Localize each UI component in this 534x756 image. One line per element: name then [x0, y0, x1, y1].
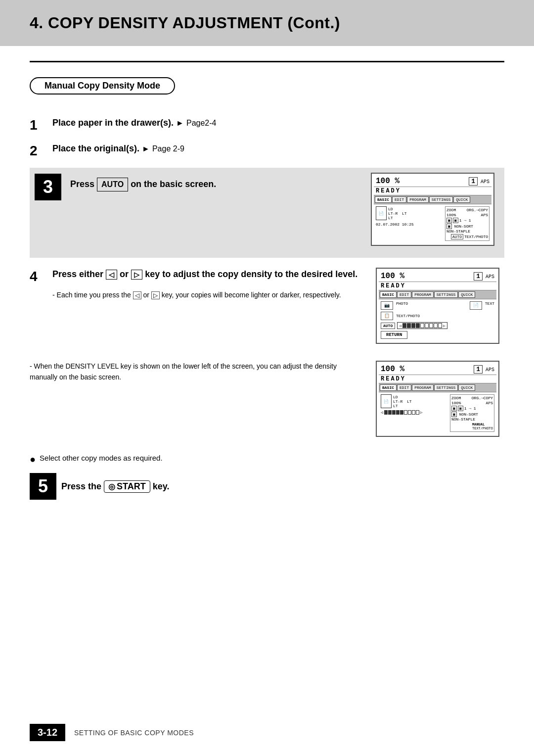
- when-note-dash: -: [30, 362, 34, 370]
- step-1-row: 1 Place paper in the drawer(s). ► Page2-…: [30, 116, 504, 133]
- step4-key-right: ▷: [131, 270, 142, 280]
- header-section: 4. COPY DENSITY ADJUSTMENT (Cont.): [0, 0, 534, 46]
- step-3-number: 3: [35, 174, 61, 200]
- step-1-arrow: ►: [176, 119, 184, 127]
- step-1-text: Place paper in the drawer(s). ► Page2-4: [52, 116, 504, 130]
- bullet-note: ● Select other copy modes as required.: [30, 454, 504, 464]
- screen2-return: RETURN: [381, 331, 407, 339]
- screen2-body: 📷 PHOTO 📄 TEXT 📋 TEXT/PHOTO AUTO ◁: [379, 299, 496, 341]
- screen-3: 100 % 1 APS READY BASIC EDIT PROGRAM SET…: [376, 361, 499, 437]
- content-area: Manual Copy Density Mode 1 Place paper i…: [0, 77, 534, 500]
- screen-1-mockup: 100 % 1 APS READY BASIC EDIT PROGRAM SET…: [371, 173, 499, 253]
- screen3-right-panel: ZOOM ORG.→COPY 100% APS ▣ ▣ 1 → 1: [450, 394, 494, 432]
- screen1-datetime: 02.07.2002 10:25: [376, 222, 445, 227]
- step-5-number: 5: [30, 473, 56, 500]
- screen1-num-aps: 1 APS: [469, 178, 490, 185]
- screen1-body: 📄 LD LT-R LT LT: [374, 204, 491, 243]
- step-2-number: 2: [30, 143, 47, 159]
- step-2-row: 2 Place the original(s). ► Page 2-9: [30, 142, 504, 159]
- footer-page-number: 3-12: [30, 724, 65, 741]
- main-divider: [30, 61, 504, 62]
- step-3-left: 3 Press AUTO on the basic screen.: [35, 173, 371, 200]
- step-5-row: 5 Press the ◎ START key.: [30, 473, 504, 500]
- screen2-auto: AUTO: [381, 323, 395, 329]
- step-1-ref: Page2-4: [186, 119, 217, 127]
- step-4-text: Press either ◁ or ▷ key to adjust the co…: [52, 268, 357, 281]
- screen1-tabs: BASIC EDIT PROGRAM SETTINGS QUICK: [374, 195, 491, 204]
- step-5-text: Press the ◎ START key.: [61, 480, 169, 493]
- step-2-ref: Page 2-9: [152, 144, 184, 153]
- page-title: 4. COPY DENSITY ADJUSTMENT (Cont.): [30, 14, 504, 32]
- screen-2-mockup: 100 % 1 APS READY BASIC EDIT PROGRAM SET…: [376, 268, 504, 351]
- bullet-text: Select other copy modes as required.: [40, 454, 162, 462]
- step-4-left: 4 Press either ◁ or ▷ key to adjust the …: [30, 268, 366, 300]
- screen2-density-bar: ◁ ▷: [397, 322, 447, 329]
- when-note-content: When the DENSITY LEVEL key is shown on t…: [30, 362, 337, 381]
- auto-key-box: AUTO: [97, 178, 128, 191]
- step-3-text: Press AUTO on the basic screen.: [70, 173, 371, 191]
- screen3-tabs: BASIC EDIT PROGRAM SETTINGS QUICK: [379, 383, 496, 392]
- step-2-arrow: ►: [142, 144, 150, 153]
- screen1-right-panel: ZOOM ORG.→COPY 100% APS ▣ ▣ 1 → 1: [445, 206, 490, 241]
- screen1-left-col: 📄 LD LT-R LT LT: [376, 206, 445, 241]
- screen1-percent: 100 %: [376, 177, 400, 186]
- when-note-section: - When the DENSITY LEVEL key is shown on…: [30, 361, 504, 444]
- screen2-tabs: BASIC EDIT PROGRAM SETTINGS QUICK: [379, 290, 496, 299]
- screen-3-mockup: 100 % 1 APS READY BASIC EDIT PROGRAM SET…: [376, 361, 504, 444]
- step-3-container: 3 Press AUTO on the basic screen. 100 % …: [30, 168, 504, 258]
- screen1-auto-icon: AUTO: [451, 234, 463, 239]
- bullet-icon: ●: [30, 454, 36, 464]
- footer: 3-12 SETTING OF BASIC COPY MODES: [0, 724, 534, 741]
- step-1-number: 1: [30, 117, 47, 133]
- start-symbol: ◎: [108, 482, 115, 491]
- when-note-text: - When the DENSITY LEVEL key is shown on…: [30, 361, 366, 383]
- step-4-number: 4: [30, 269, 47, 284]
- screen1-text-photo: TEXT/PHOTO: [464, 235, 488, 239]
- step-4-container: 4 Press either ◁ or ▷ key to adjust the …: [30, 268, 504, 351]
- step-4-sub: - Each time you press the ◁ or ▷ key, yo…: [52, 289, 366, 300]
- screen-2: 100 % 1 APS READY BASIC EDIT PROGRAM SET…: [376, 268, 499, 344]
- footer-text: SETTING OF BASIC COPY MODES: [74, 729, 194, 737]
- screen3-body: 📄 LD LT-R LT LT ◁: [379, 392, 496, 434]
- start-key-box: ◎ START: [104, 480, 150, 493]
- mode-badge: Manual Copy Density Mode: [30, 77, 175, 94]
- screen1-ready: READY: [376, 188, 401, 194]
- step-2-text: Place the original(s). ► Page 2-9: [52, 142, 504, 155]
- screen-1: 100 % 1 APS READY BASIC EDIT PROGRAM SET…: [371, 173, 494, 246]
- step4-key-left: ◁: [106, 270, 117, 280]
